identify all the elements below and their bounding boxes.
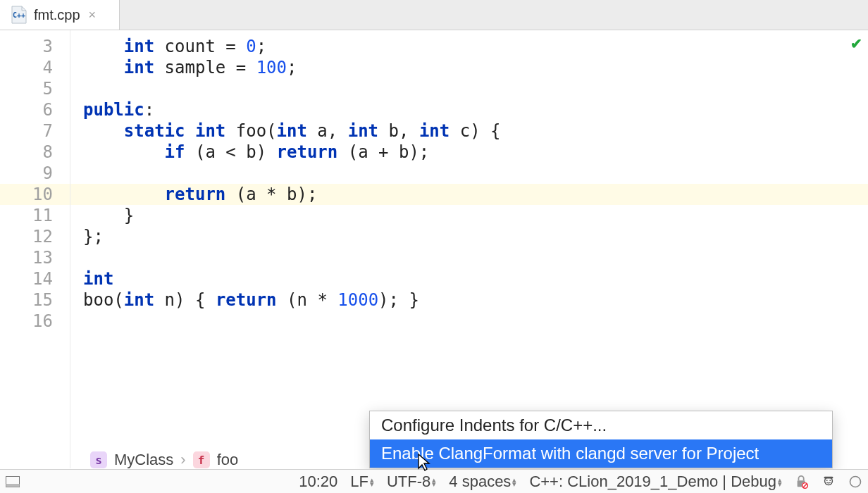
svg-point-7 bbox=[826, 480, 828, 481]
indent-popup-menu: Configure Indents for C/C++...Enable Cla… bbox=[369, 411, 833, 468]
line-number: 4 bbox=[0, 57, 53, 78]
code-line[interactable]: }; bbox=[83, 226, 868, 247]
line-number: 6 bbox=[0, 99, 53, 120]
lock-icon[interactable] bbox=[795, 475, 809, 489]
code-line[interactable] bbox=[83, 78, 868, 99]
code-line[interactable]: int bbox=[83, 268, 868, 289]
function-icon: f bbox=[193, 451, 210, 468]
line-number: 7 bbox=[0, 120, 53, 142]
status-bar: 10:20 LF▴▾ UTF-8▴▾ 4 spaces▴▾ C++: CLion… bbox=[0, 469, 868, 493]
popup-menu-item[interactable]: Enable ClangFormat with clangd server fo… bbox=[370, 439, 832, 468]
tool-window-icon[interactable] bbox=[6, 475, 20, 489]
line-number: 10 bbox=[0, 184, 70, 205]
cursor-position[interactable]: 10:20 bbox=[299, 473, 337, 491]
code-editor[interactable]: 345678910111213141516 int count = 0; int… bbox=[0, 30, 868, 468]
line-number: 3 bbox=[0, 36, 53, 57]
memory-indicator-icon[interactable] bbox=[848, 475, 862, 489]
chevron-right-icon: › bbox=[180, 451, 185, 469]
popup-menu-item[interactable]: Configure Indents for C/C++... bbox=[370, 411, 832, 439]
code-line[interactable]: int count = 0; bbox=[83, 36, 868, 57]
line-number: 8 bbox=[0, 142, 53, 163]
struct-icon: s bbox=[90, 451, 107, 468]
cpp-file-icon: C++ bbox=[10, 6, 28, 24]
code-line[interactable]: if (a < b) return (a + b); bbox=[83, 142, 868, 163]
file-tab[interactable]: C++ fmt.cpp × bbox=[0, 0, 120, 30]
hector-icon[interactable] bbox=[822, 475, 836, 489]
line-number: 11 bbox=[0, 205, 53, 226]
indent-selector[interactable]: 4 spaces▴▾ bbox=[449, 473, 516, 491]
line-number: 14 bbox=[0, 268, 53, 289]
code-line[interactable]: static int foo(int a, int b, int c) { bbox=[83, 120, 868, 142]
code-line[interactable] bbox=[83, 163, 868, 184]
svg-rect-9 bbox=[824, 476, 833, 478]
svg-point-10 bbox=[850, 476, 861, 487]
encoding-selector[interactable]: UTF-8▴▾ bbox=[387, 473, 436, 491]
build-config-selector[interactable]: C++: CLion_2019_1_Demo | Debug▴▾ bbox=[529, 473, 782, 491]
line-number: 13 bbox=[0, 247, 53, 268]
code-line[interactable]: boo(int n) { return (n * 1000); } bbox=[83, 289, 868, 311]
code-line[interactable]: } bbox=[83, 205, 868, 226]
close-icon[interactable]: × bbox=[89, 8, 97, 23]
breadcrumb: s MyClass › f foo bbox=[90, 451, 238, 469]
breadcrumb-function[interactable]: foo bbox=[217, 451, 239, 469]
inspection-ok-icon: ✔ bbox=[850, 35, 862, 52]
code-line[interactable]: return (a * b); bbox=[70, 184, 868, 205]
tab-filename: fmt.cpp bbox=[34, 7, 80, 23]
code-line[interactable] bbox=[83, 311, 868, 332]
line-number: 12 bbox=[0, 226, 53, 247]
line-number: 9 bbox=[0, 163, 53, 184]
code-line[interactable]: public: bbox=[83, 99, 868, 120]
code-area[interactable]: int count = 0; int sample = 100;public: … bbox=[70, 30, 868, 468]
editor-tabbar: C++ fmt.cpp × bbox=[0, 0, 868, 30]
line-number: 5 bbox=[0, 78, 53, 99]
line-number: 15 bbox=[0, 289, 53, 311]
code-line[interactable]: int sample = 100; bbox=[83, 57, 868, 78]
line-gutter: 345678910111213141516 bbox=[0, 30, 70, 468]
svg-point-8 bbox=[829, 480, 831, 481]
code-line[interactable] bbox=[83, 247, 868, 268]
breadcrumb-class[interactable]: MyClass bbox=[114, 451, 173, 469]
svg-rect-1 bbox=[6, 484, 20, 487]
line-ending-selector[interactable]: LF▴▾ bbox=[350, 473, 374, 491]
line-number: 16 bbox=[0, 311, 53, 332]
